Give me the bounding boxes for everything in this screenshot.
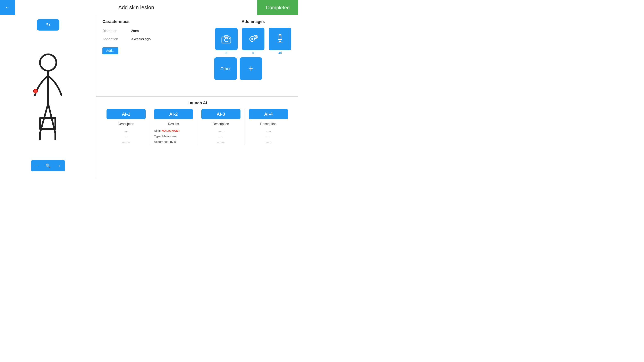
ai4-description: ...... .... .........	[264, 128, 272, 145]
ai2-results: Risk: MALIGNANT Type: Melanoma Accurance…	[154, 128, 193, 145]
ai2-column: AI-2 Results Risk: MALIGNANT Type: Melan…	[150, 109, 198, 145]
apparition-value: 3 weeks ago	[131, 37, 150, 41]
apparition-row: Apparition 3 weeks ago	[102, 37, 206, 41]
back-arrow-icon: ←	[5, 4, 10, 11]
add-images-panel: Add images 2	[214, 19, 292, 92]
add-images-title: Add images	[214, 19, 292, 24]
svg-point-9	[224, 38, 228, 42]
left-panel: ↻	[0, 15, 96, 178]
stick-figure-svg	[20, 51, 77, 141]
microscope-button[interactable]	[269, 28, 291, 50]
top-section: Caracteristics Diameter 2mm Apparition 3…	[96, 15, 298, 97]
ai3-description: ...... .... .........	[217, 128, 225, 145]
other-button[interactable]: Other	[214, 57, 237, 80]
ai2-accuracy: Accurance: 87%	[154, 139, 193, 145]
camera-image-wrapper: 2	[214, 28, 238, 55]
launch-ai-title: Launch AI	[102, 101, 292, 105]
ai2-type: Type: Melanoma	[154, 133, 193, 139]
refresh-button[interactable]: ↻	[37, 19, 60, 31]
microscope-icon	[275, 34, 285, 44]
zoom-controls: − 🔍 +	[31, 160, 65, 171]
add-characteristic-button[interactable]: Add...	[102, 47, 118, 54]
video-button[interactable]	[242, 28, 264, 50]
add-plus-button[interactable]: +	[240, 57, 262, 80]
ai1-subtitle: Description	[118, 122, 134, 126]
microscope-count: 48	[278, 51, 282, 55]
svg-point-13	[251, 38, 253, 40]
refresh-icon: ↻	[46, 22, 50, 28]
ai4-button[interactable]: AI-4	[249, 109, 288, 119]
ai1-button[interactable]: AI-1	[106, 109, 146, 119]
second-row-images: Other +	[214, 57, 292, 80]
main-content: ↻	[0, 15, 298, 178]
ai3-column: AI-3 Description ...... .... .........	[197, 109, 245, 145]
ai1-column: AI-1 Description ...... .... .........	[102, 109, 150, 145]
svg-point-15	[255, 37, 256, 38]
ai1-description: ...... .... .........	[122, 128, 130, 145]
svg-point-11	[229, 38, 230, 39]
ai2-button[interactable]: AI-2	[154, 109, 193, 119]
ai2-risk-label: Risk:	[154, 129, 161, 132]
ai2-risk-value: MALIGNANT	[162, 129, 180, 132]
camera-count: 2	[225, 51, 227, 55]
header: ← Add skin lesion Completed	[0, 0, 298, 15]
ai4-column: AI-4 Description ...... .... .........	[245, 109, 292, 145]
video-count: 5	[252, 51, 254, 55]
video-icon	[248, 34, 258, 44]
svg-rect-16	[279, 35, 281, 39]
zoom-in-button[interactable]: +	[54, 160, 65, 171]
svg-point-20	[278, 34, 282, 36]
ai2-risk-row: Risk: MALIGNANT	[154, 128, 193, 133]
ai3-subtitle: Description	[212, 122, 229, 126]
zoom-out-button[interactable]: −	[31, 160, 42, 171]
body-diagram[interactable]	[20, 33, 77, 160]
svg-rect-17	[278, 39, 282, 40]
ai2-subtitle: Results	[168, 122, 179, 126]
ai3-button[interactable]: AI-3	[201, 109, 240, 119]
zoom-search-icon[interactable]: 🔍	[42, 160, 54, 171]
diameter-label: Diameter	[102, 29, 125, 33]
characteristics-title: Caracteristics	[102, 19, 206, 24]
svg-point-0	[40, 54, 56, 71]
right-panel: Caracteristics Diameter 2mm Apparition 3…	[96, 15, 298, 178]
launch-ai-section: Launch AI AI-1 Description ...... .... .…	[96, 97, 298, 178]
video-image-wrapper: 5	[241, 28, 265, 55]
svg-rect-10	[224, 36, 228, 37]
characteristics-panel: Caracteristics Diameter 2mm Apparition 3…	[102, 19, 206, 92]
back-button[interactable]: ←	[0, 0, 15, 15]
image-grid: 2	[214, 28, 292, 55]
apparition-label: Apparition	[102, 37, 125, 41]
ai4-subtitle: Description	[260, 122, 276, 126]
svg-point-7	[34, 89, 38, 93]
camera-button[interactable]	[215, 28, 238, 50]
page-title: Add skin lesion	[15, 4, 257, 11]
microscope-image-wrapper: 48	[268, 28, 292, 55]
diameter-value: 2mm	[131, 29, 139, 33]
camera-icon	[221, 35, 232, 44]
diameter-row: Diameter 2mm	[102, 29, 206, 33]
completed-button[interactable]: Completed	[257, 0, 298, 15]
ai-grid: AI-1 Description ...... .... ......... A…	[102, 109, 292, 145]
